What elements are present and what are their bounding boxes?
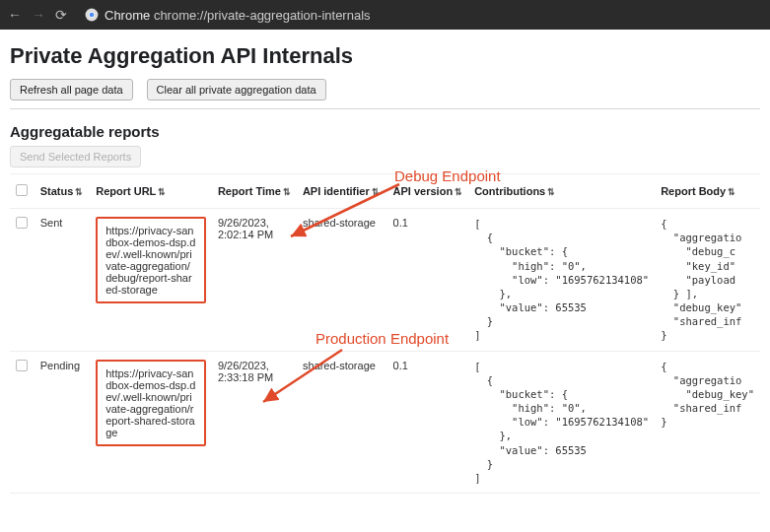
report-body: { "aggregatio "debug_c "key_id" "payload… (661, 217, 754, 343)
action-toolbar: Refresh all page data Clear all private … (10, 79, 760, 109)
report-url: https://privacy-sandbox-demos-dsp.dev/.w… (96, 360, 206, 446)
col-version[interactable]: API version⇅ (387, 174, 469, 209)
col-status[interactable]: Status⇅ (35, 174, 90, 209)
address-bar[interactable]: Chrome chrome://private-aggregation-inte… (85, 8, 371, 23)
clear-button[interactable]: Clear all private aggregation data (147, 79, 326, 100)
col-url[interactable]: Report URL⇅ (90, 174, 212, 209)
api-version: 0.1 (387, 351, 469, 493)
status-cell: Sent (35, 209, 90, 352)
forward-icon[interactable]: → (32, 7, 45, 23)
table-header-row: Status⇅ Report URL⇅ Report Time⇅ API ide… (10, 174, 760, 209)
svg-point-2 (90, 13, 95, 18)
page-title: Private Aggregation API Internals (10, 43, 760, 69)
report-body: { "aggregatio "debug_key" "shared_inf } (661, 360, 754, 430)
sort-icon: ⇅ (455, 187, 462, 197)
reload-icon[interactable]: ⟳ (55, 7, 67, 23)
page-content: Private Aggregation API Internals Refres… (0, 30, 770, 513)
col-time[interactable]: Report Time⇅ (212, 174, 297, 209)
browser-toolbar: ← → ⟳ Chrome chrome://private-aggregatio… (0, 0, 770, 30)
contributions: [ { "bucket": { "high": "0", "low": "169… (474, 217, 649, 343)
chrome-icon (85, 8, 99, 22)
sort-icon: ⇅ (372, 187, 380, 197)
col-api[interactable]: API identifier⇅ (297, 174, 387, 209)
send-selected-button[interactable]: Send Selected Reports (10, 146, 141, 167)
api-identifier: shared-storage (297, 209, 387, 352)
report-url: https://privacy-sandbox-demos-dsp.dev/.w… (96, 217, 206, 303)
col-contrib[interactable]: Contributions⇅ (468, 174, 655, 209)
api-version: 0.1 (387, 209, 469, 352)
sort-icon: ⇅ (75, 187, 83, 197)
report-time: 9/26/2023, 2:33:18 PM (212, 351, 297, 493)
row-checkbox[interactable] (16, 217, 28, 229)
sort-icon: ⇅ (158, 187, 166, 197)
url-host: Chrome (105, 8, 150, 23)
select-all-checkbox[interactable] (16, 184, 28, 196)
status-cell: Pending (35, 351, 90, 493)
col-body[interactable]: Report Body⇅ (655, 174, 760, 209)
sort-icon: ⇅ (283, 187, 291, 197)
reports-table: Status⇅ Report URL⇅ Report Time⇅ API ide… (10, 174, 760, 493)
table-row: Sent https://privacy-sandbox-demos-dsp.d… (10, 209, 760, 352)
contributions: [ { "bucket": { "high": "0", "low": "169… (474, 360, 649, 486)
sort-icon: ⇅ (547, 187, 555, 197)
back-icon[interactable]: ← (8, 7, 22, 23)
table-row: Pending https://privacy-sandbox-demos-ds… (10, 351, 760, 493)
refresh-button[interactable]: Refresh all page data (10, 79, 133, 100)
url-path: chrome://private-aggregation-internals (154, 8, 371, 23)
sort-icon: ⇅ (728, 187, 735, 197)
report-time: 9/26/2023, 2:02:14 PM (212, 209, 297, 352)
api-identifier: shared-storage (297, 351, 387, 493)
section-heading: Aggregatable reports (10, 123, 760, 140)
row-checkbox[interactable] (16, 360, 28, 371)
